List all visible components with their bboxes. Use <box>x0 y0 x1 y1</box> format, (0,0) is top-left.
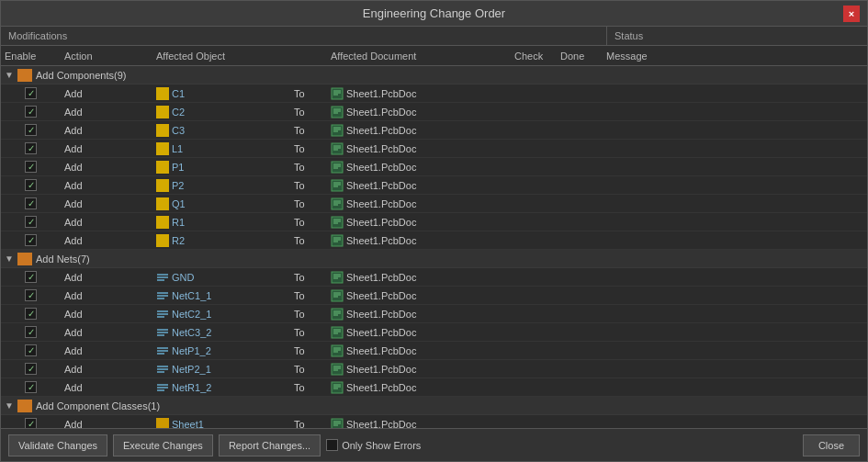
validate-changes-button[interactable]: Validate Changes <box>8 434 107 456</box>
document-cell: Sheet1.PcbDoc <box>327 326 511 339</box>
enable-checkbox[interactable] <box>25 326 37 338</box>
close-dialog-button[interactable]: Close <box>803 434 860 456</box>
enable-checkbox[interactable] <box>25 124 37 136</box>
action-cell: Add <box>61 143 152 154</box>
document-name: Sheet1.PcbDoc <box>346 162 416 173</box>
table-row: Add GND To Sheet1.PcbDoc <box>1 268 867 287</box>
pcbdoc-icon <box>331 106 344 118</box>
enable-checkbox[interactable] <box>25 179 37 191</box>
component-icon <box>156 87 169 100</box>
to-cell: To <box>290 125 327 136</box>
col-header-done: Done <box>557 51 603 62</box>
table-row: Add C3 To Sheet1.PcbDoc <box>1 121 867 140</box>
pcbdoc-icon <box>331 197 344 210</box>
enable-cell <box>1 344 61 356</box>
svg-rect-32 <box>332 235 343 246</box>
report-changes-button[interactable]: Report Changes... <box>219 434 321 456</box>
object-name: L1 <box>172 143 183 154</box>
component-icon <box>156 216 169 229</box>
document-cell: Sheet1.PcbDoc <box>327 289 511 302</box>
enable-checkbox[interactable] <box>25 234 37 246</box>
object-name: GND <box>172 272 194 283</box>
document-cell: Sheet1.PcbDoc <box>327 142 511 155</box>
table-row: Add C2 To Sheet1.PcbDoc <box>1 103 867 121</box>
only-errors-container: Only Show Errors <box>326 439 421 451</box>
enable-checkbox[interactable] <box>25 271 37 283</box>
group-label: Add Components(9) <box>36 70 126 81</box>
enable-cell <box>1 381 61 393</box>
document-name: Sheet1.PcbDoc <box>346 217 416 228</box>
group-row[interactable]: ▼ Add Nets(7) <box>1 250 867 268</box>
group-row[interactable]: ▼ Add Component Classes(1) <box>1 397 867 415</box>
object-name: R1 <box>172 217 185 228</box>
object-cell: C2 <box>152 106 290 118</box>
object-name: NetP1_2 <box>172 345 211 356</box>
group-row[interactable]: ▼ Add Components(9) <box>1 66 867 85</box>
pcbdoc-icon <box>331 381 344 394</box>
object-name: NetC3_2 <box>172 327 211 338</box>
table-row: Add Sheet1 To Sheet1.PcbDoc <box>1 415 867 428</box>
component-icon <box>156 106 169 118</box>
enable-checkbox[interactable] <box>25 106 37 118</box>
action-cell: Add <box>61 235 152 246</box>
table-row: Add Q1 To Sheet1.PcbDoc <box>1 195 867 213</box>
close-button[interactable]: × <box>843 6 860 22</box>
document-name: Sheet1.PcbDoc <box>346 364 416 375</box>
group-folder-icon <box>17 69 32 82</box>
enable-checkbox[interactable] <box>25 381 37 393</box>
enable-checkbox[interactable] <box>25 289 37 301</box>
action-cell: Add <box>61 217 152 228</box>
execute-changes-button[interactable]: Execute Changes <box>113 434 213 456</box>
enable-checkbox[interactable] <box>25 216 37 228</box>
table-row: Add R1 To Sheet1.PcbDoc <box>1 213 867 231</box>
svg-rect-20 <box>332 180 343 191</box>
document-cell: Sheet1.PcbDoc <box>327 106 511 118</box>
action-cell: Add <box>61 88 152 99</box>
svg-rect-8 <box>332 125 343 136</box>
enable-checkbox[interactable] <box>25 161 37 173</box>
enable-checkbox[interactable] <box>25 418 37 428</box>
to-cell: To <box>290 143 327 154</box>
enable-checkbox[interactable] <box>25 363 37 375</box>
svg-rect-24 <box>332 198 343 209</box>
object-cell: C3 <box>152 124 290 137</box>
enable-checkbox[interactable] <box>25 87 37 99</box>
document-cell: Sheet1.PcbDoc <box>327 234 511 247</box>
enable-checkbox[interactable] <box>25 308 37 320</box>
object-cell: NetC2_1 <box>152 308 290 321</box>
section-headers: Modifications Status <box>1 27 867 46</box>
to-cell: To <box>290 180 327 191</box>
svg-rect-16 <box>332 162 343 173</box>
enable-cell <box>1 87 61 99</box>
main-window: Engineering Change Order × Modifications… <box>0 0 868 462</box>
enable-checkbox[interactable] <box>25 142 37 154</box>
action-cell: Add <box>61 327 152 338</box>
object-name: NetP2_1 <box>172 364 211 375</box>
enable-cell <box>1 106 61 118</box>
table-row: Add P1 To Sheet1.PcbDoc <box>1 158 867 176</box>
object-name: P1 <box>172 162 184 173</box>
component-icon <box>156 161 169 174</box>
table-row: Add NetC1_1 To Sheet1.PcbDoc <box>1 287 867 305</box>
status-section-header: Status <box>607 27 867 45</box>
pcbdoc-icon <box>331 271 344 284</box>
expand-arrow: ▼ <box>5 70 16 81</box>
pcbdoc-icon <box>331 326 344 339</box>
document-name: Sheet1.PcbDoc <box>346 180 416 191</box>
document-name: Sheet1.PcbDoc <box>346 235 416 246</box>
expand-arrow: ▼ <box>5 400 16 411</box>
svg-rect-28 <box>332 217 343 228</box>
object-name: P2 <box>172 180 184 191</box>
document-name: Sheet1.PcbDoc <box>346 327 416 338</box>
object-cell: Q1 <box>152 197 290 210</box>
enable-checkbox[interactable] <box>25 197 37 209</box>
action-cell: Add <box>61 198 152 209</box>
component-icon <box>156 234 169 247</box>
pcbdoc-icon <box>331 363 344 376</box>
object-cell: Sheet1 <box>152 418 290 429</box>
enable-checkbox[interactable] <box>25 344 37 356</box>
only-errors-checkbox[interactable] <box>326 439 338 451</box>
svg-rect-0 <box>332 88 343 99</box>
object-cell: P2 <box>152 179 290 192</box>
enable-cell <box>1 271 61 283</box>
